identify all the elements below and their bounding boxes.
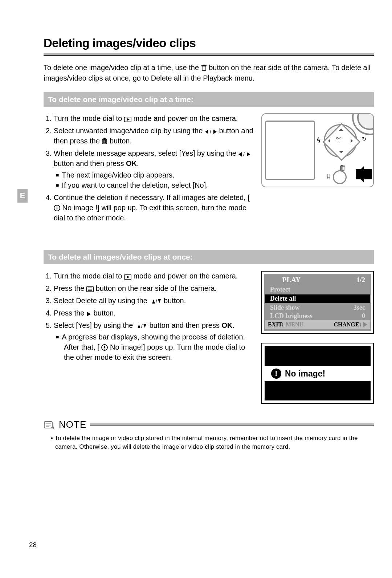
- svg-rect-28: [341, 165, 343, 166]
- bullet-b5-1: A progress bar displays, showing the pro…: [64, 332, 253, 362]
- step-a1: Turn the mode dial to mode and power on …: [54, 113, 253, 123]
- section-heading-delete-all: To delete all images/video clips at once…: [44, 250, 374, 264]
- step-a2-t3: button.: [110, 137, 132, 145]
- right-arrow-icon: [363, 322, 367, 327]
- intro-paragraph: To delete one image/video clip at a time…: [44, 62, 374, 84]
- svg-text:/: /: [156, 298, 157, 304]
- step-a2-t1: Select unwanted image/video clip by usin…: [54, 127, 205, 135]
- trash-icon: [102, 138, 107, 144]
- warning-icon: [101, 344, 108, 351]
- step-a4-t2: No image !] will pop up. To exit this sc…: [54, 204, 246, 222]
- lcd-foot-menu: MENU: [286, 321, 303, 328]
- playback-mode-icon: [124, 117, 131, 122]
- no-image-text: No image!: [285, 369, 325, 379]
- step-a1-t2: mode and power on the camera.: [133, 114, 238, 122]
- step-b5-t3: .: [232, 321, 234, 329]
- bullet-a3-1: The next image/video clip appears.: [64, 170, 253, 180]
- camera-diagram: ϟ OK⌕ ↻ |□|: [261, 113, 374, 187]
- step-b3-t1: Select Delete all by using the: [54, 297, 150, 305]
- lcd-menu-title: PLAY: [282, 276, 301, 284]
- step-b1-t1: Turn the mode dial to: [54, 272, 124, 280]
- section-tab: E: [17, 189, 28, 203]
- section-b-columns: Turn the mode dial to mode and power on …: [44, 271, 374, 404]
- step-b1: Turn the mode dial to mode and power on …: [54, 271, 253, 281]
- lcd-foot-change: CHANGE:: [334, 321, 361, 328]
- section-a-steps: Turn the mode dial to mode and power on …: [44, 113, 253, 225]
- up-down-arrow-icon: /: [150, 298, 162, 304]
- svg-rect-45: [44, 422, 52, 428]
- playback-mode-icon: [124, 274, 131, 280]
- step-b4-t2: button.: [94, 309, 116, 317]
- section-a-columns: Turn the mode dial to mode and power on …: [44, 113, 374, 225]
- step-b3: Select Delete all by using the / button.: [54, 296, 253, 306]
- svg-rect-4: [201, 65, 207, 66]
- lcd-row-brightness: LCD brighness: [270, 312, 313, 320]
- note-label: NOTE: [59, 419, 86, 430]
- step-b5-t1: Select [Yes] by using the: [54, 321, 135, 329]
- svg-marker-10: [213, 130, 217, 134]
- step-a4-t1: Continue the deletion if necessary. If a…: [54, 194, 250, 202]
- note-body: • To delete the image or video clip stor…: [44, 434, 374, 451]
- svg-marker-19: [247, 152, 250, 156]
- lcd-row-brightness-val: 0: [362, 312, 365, 320]
- step-b1-t2: mode and power on the camera.: [133, 272, 238, 280]
- page-number: 28: [29, 541, 37, 549]
- lcd-no-image: ! No image!: [261, 343, 374, 404]
- svg-marker-39: [138, 324, 140, 328]
- lcd-previews: PLAY 1/2 Protect Delete all Slide show3s…: [261, 271, 374, 404]
- trash-icon: [201, 65, 207, 71]
- lcd-row-protect: Protect: [270, 286, 290, 293]
- step-b2-t2: button on the rear side of the camera.: [96, 284, 217, 292]
- page-content: Deleting images/video clips To delete on…: [44, 36, 374, 451]
- page-title: Deleting images/video clips: [44, 36, 374, 50]
- title-rule: [44, 53, 374, 56]
- manual-page: E Deleting images/video clips To delete …: [0, 0, 392, 578]
- lcd-play-menu: PLAY 1/2 Protect Delete all Slide show3s…: [261, 271, 374, 334]
- left-right-arrow-icon: /: [238, 152, 250, 157]
- svg-text:/: /: [243, 152, 245, 157]
- step-b2: Press the button on the rear side of the…: [54, 283, 253, 293]
- ok-center-label: OK⌕: [336, 137, 341, 144]
- display-toggle-icon: |□|: [327, 173, 330, 179]
- step-a3-t2: button and then press: [54, 159, 126, 167]
- svg-marker-8: [205, 130, 208, 134]
- ok-label: OK: [221, 321, 232, 329]
- svg-marker-17: [238, 152, 242, 156]
- right-arrow-icon: [86, 312, 91, 317]
- ok-label: OK: [126, 159, 137, 167]
- pointer-arrow-icon: [356, 169, 372, 179]
- lcd-row-slideshow-val: 3sec: [354, 304, 365, 312]
- self-timer-icon: ↻: [362, 136, 367, 142]
- bullet-a3-2: If you want to cancel the deletion, sele…: [64, 180, 253, 190]
- lcd-row-slideshow: Slide show: [270, 304, 300, 312]
- svg-rect-22: [57, 209, 57, 210]
- left-right-arrow-icon: /: [205, 129, 217, 134]
- note-heading-row: NOTE: [44, 419, 374, 430]
- step-b4-t1: Press the: [54, 309, 86, 317]
- section-b-steps: Turn the mode dial to mode and power on …: [44, 271, 253, 365]
- step-a3: When delete message appears, select [Yes…: [54, 148, 253, 190]
- intro-text-1: To delete one image/video clip at a time…: [44, 64, 201, 72]
- svg-rect-27: [340, 166, 345, 167]
- warning-icon: !: [271, 369, 281, 379]
- svg-text:/: /: [210, 129, 211, 134]
- svg-text:/: /: [141, 323, 143, 329]
- lcd-menu-page: 1/2: [356, 276, 365, 284]
- step-b5-t2: button and then press: [149, 321, 221, 329]
- note-hand-icon: [44, 419, 55, 430]
- step-b2-t1: Press the: [54, 284, 86, 292]
- lcd-row-delete-all: Delete all: [270, 295, 296, 302]
- svg-marker-37: [158, 299, 161, 303]
- svg-marker-7: [127, 118, 130, 121]
- step-a3-t1: When delete message appears, select [Yes…: [54, 149, 238, 157]
- svg-marker-41: [143, 324, 146, 328]
- lcd-foot-exit: EXIT:: [268, 321, 283, 328]
- svg-rect-21: [57, 206, 57, 209]
- svg-marker-38: [87, 312, 91, 316]
- step-b3-t2: button.: [164, 297, 186, 305]
- flash-icon: ϟ: [317, 137, 321, 144]
- svg-rect-43: [104, 346, 105, 348]
- step-b5: Select [Yes] by using the / button and t…: [54, 320, 253, 362]
- step-a2: Select unwanted image/video clip by usin…: [54, 126, 253, 146]
- warning-icon: [54, 205, 60, 211]
